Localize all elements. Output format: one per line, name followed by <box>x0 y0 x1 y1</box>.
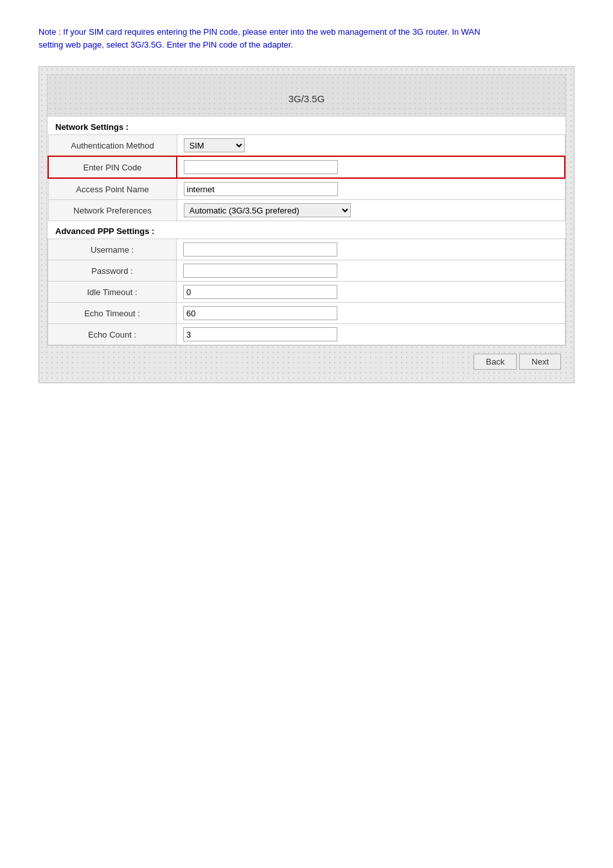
network-settings-header: Network Settings : <box>48 117 565 134</box>
username-input[interactable] <box>183 242 337 257</box>
password-value-cell <box>177 260 565 282</box>
echo-count-row: Echo Count : <box>48 324 565 345</box>
echo-timeout-label: Echo Timeout : <box>48 303 177 324</box>
network-preferences-value-cell: Automatic (3G/3.5G prefered) 3G Only 3.5… <box>177 200 565 221</box>
next-button[interactable]: Next <box>519 354 561 370</box>
echo-timeout-input[interactable] <box>183 306 337 320</box>
password-input[interactable] <box>183 264 337 278</box>
authentication-method-row: Authentication Method SIM CHAP PAP CHAP/… <box>48 135 565 157</box>
enter-pin-code-row: Enter PIN Code <box>48 156 565 178</box>
advanced-ppp-table: Username : Password : Idle T <box>48 239 565 345</box>
form-body: Network Settings : Authentication Method… <box>48 117 565 345</box>
username-row: Username : <box>48 239 565 260</box>
network-preferences-row: Network Preferences Automatic (3G/3.5G p… <box>48 200 565 221</box>
network-preferences-select[interactable]: Automatic (3G/3.5G prefered) 3G Only 3.5… <box>184 203 351 217</box>
access-point-name-row: Access Point Name <box>48 178 565 200</box>
advanced-ppp-header: Advanced PPP Settings : <box>48 221 565 239</box>
password-label: Password : <box>48 260 177 282</box>
authentication-method-label: Authentication Method <box>48 135 177 157</box>
enter-pin-code-label: Enter PIN Code <box>48 156 177 178</box>
form-header-area: 3G/3.5G <box>48 75 565 117</box>
back-button[interactable]: Back <box>474 354 517 370</box>
form-title: 3G/3.5G <box>48 83 565 109</box>
idle-timeout-input[interactable] <box>183 285 337 299</box>
note-text: Note : If your SIM card requires enterin… <box>39 26 501 51</box>
network-preferences-label: Network Preferences <box>48 200 177 221</box>
idle-timeout-label: Idle Timeout : <box>48 282 177 303</box>
echo-timeout-row: Echo Timeout : <box>48 303 565 324</box>
inner-form: 3G/3.5G Network Settings : Authenticatio… <box>47 75 566 346</box>
username-value-cell <box>177 239 565 260</box>
authentication-method-select[interactable]: SIM CHAP PAP CHAP/PAP <box>184 138 245 152</box>
echo-count-input[interactable] <box>183 327 337 341</box>
echo-count-label: Echo Count : <box>48 324 177 345</box>
access-point-name-label: Access Point Name <box>48 178 177 200</box>
authentication-method-value-cell: SIM CHAP PAP CHAP/PAP <box>177 135 565 157</box>
enter-pin-code-input[interactable] <box>184 160 338 174</box>
username-label: Username : <box>48 239 177 260</box>
echo-timeout-value-cell <box>177 303 565 324</box>
access-point-name-input[interactable] <box>184 182 338 196</box>
echo-count-value-cell <box>177 324 565 345</box>
password-row: Password : <box>48 260 565 282</box>
network-settings-table: Authentication Method SIM CHAP PAP CHAP/… <box>48 134 565 221</box>
idle-timeout-row: Idle Timeout : <box>48 282 565 303</box>
enter-pin-code-value-cell <box>177 156 565 178</box>
idle-timeout-value-cell <box>177 282 565 303</box>
access-point-name-value-cell <box>177 178 565 200</box>
form-outer-wrapper: 3G/3.5G Network Settings : Authenticatio… <box>39 66 574 383</box>
button-row: Back Next <box>47 346 566 375</box>
